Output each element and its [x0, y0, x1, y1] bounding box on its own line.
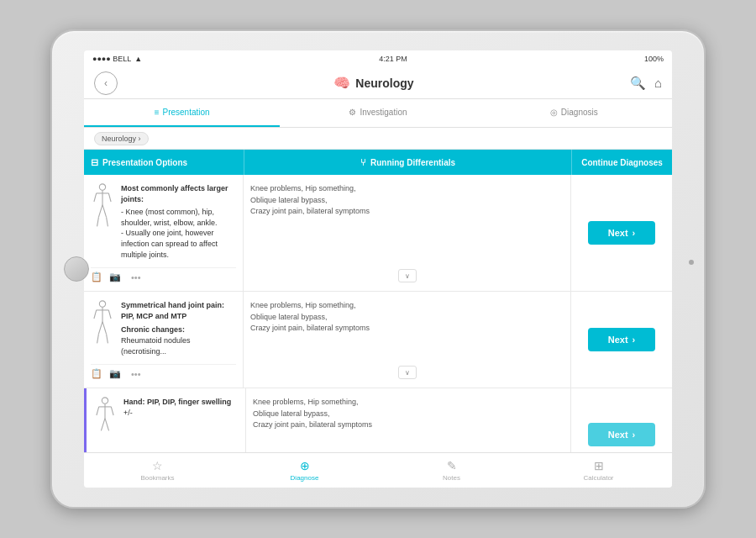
brain-icon: 🧠 [333, 75, 350, 91]
status-bar: ●●●● BELL ▲ 4:21 PM 100% [84, 50, 672, 67]
case-1-expand: ∨ [250, 269, 564, 282]
next-button-2[interactable]: Next › [588, 328, 655, 351]
bottom-nav: ☆ Bookmarks ⊕ Diagnose ✎ Notes ⊞ Calcula… [84, 452, 672, 488]
case-1-diff-text: Knee problems, Hip something, Oblique la… [250, 183, 564, 218]
case-1-content: Most commonly affects larger joints: - K… [91, 183, 236, 260]
content-area: Most commonly affects larger joints: - K… [84, 175, 672, 452]
case-2-actions: 📋 📷 ••• [91, 364, 236, 379]
svg-line-13 [108, 310, 111, 319]
investigation-tab-label: Investigation [360, 108, 407, 117]
investigation-tab-icon: ⚙ [349, 108, 356, 117]
svg-line-16 [97, 334, 99, 343]
skeleton-figure-1 [91, 183, 116, 260]
case-row-2: Symmetrical hand joint pain: PIP, MCP an… [84, 292, 672, 388]
camera-icon-2[interactable]: 📷 [109, 368, 121, 379]
case-2-content: Symmetrical hand joint pain: PIP, MCP an… [91, 300, 236, 356]
next-label-2: Next [608, 335, 628, 345]
home-button[interactable] [64, 256, 89, 282]
top-tabs: ≡ Presentation ⚙ Investigation ◎ Diagnos… [84, 99, 672, 128]
bookmarks-label: Bookmarks [140, 474, 174, 482]
case-2-diff-text: Knee problems, Hip something, Oblique la… [250, 300, 564, 335]
bottom-nav-notes[interactable]: ✎ Notes [378, 453, 525, 488]
svg-line-6 [102, 205, 107, 218]
case-2-subtitle: Chronic changes: [121, 324, 236, 335]
svg-point-18 [102, 398, 108, 404]
nav-title-text: Neurology [355, 76, 413, 90]
notes-label: Notes [443, 474, 460, 482]
nav-title-area: 🧠 Neurology [333, 75, 413, 91]
svg-point-9 [99, 301, 105, 307]
tab-presentation[interactable]: ≡ Presentation [84, 99, 280, 127]
next-button-1[interactable]: Next › [588, 221, 655, 245]
svg-line-17 [107, 334, 108, 343]
bottom-nav-bookmarks[interactable]: ☆ Bookmarks [84, 453, 231, 488]
edit-icon-2[interactable]: 📋 [91, 368, 102, 379]
breadcrumb[interactable]: Neurology › [94, 132, 149, 145]
breadcrumb-bar: Neurology › [84, 128, 672, 150]
case-3-content: Hand: PIP, DIP, finger swelling +/- [93, 397, 239, 446]
case-1-actions: 📋 📷 ••• [91, 267, 236, 282]
search-icon[interactable]: 🔍 [630, 76, 646, 91]
expand-button-2[interactable]: ∨ [398, 366, 417, 379]
presentation-col-label: Presentation Options [102, 158, 187, 167]
next-label-3: Next [608, 430, 628, 440]
more-dots-1[interactable]: ••• [131, 272, 141, 282]
svg-line-21 [97, 407, 99, 415]
svg-line-7 [97, 217, 99, 226]
case-1-differentials: Knee problems, Hip something, Oblique la… [244, 175, 571, 291]
svg-line-22 [111, 407, 113, 415]
case-2-title: Symmetrical hand joint pain: PIP, MCP an… [121, 300, 236, 321]
bottom-nav-calculator[interactable]: ⊞ Calculator [525, 453, 672, 488]
diagnose-icon: ⊕ [300, 459, 310, 472]
screen: ●●●● BELL ▲ 4:21 PM 100% ‹ 🧠 Neurology 🔍… [84, 50, 672, 488]
continue-col-label: Continue Diagnoses [581, 158, 663, 167]
camera-icon-1[interactable]: 📷 [109, 272, 121, 282]
battery-indicator: 100% [644, 55, 664, 63]
side-button [689, 260, 694, 265]
next-arrow-icon-1: › [633, 228, 636, 238]
expand-button-1[interactable]: ∨ [398, 269, 417, 282]
skeleton-figure-2 [91, 300, 116, 356]
case-3-title: Hand: PIP, DIP, finger swelling [123, 397, 231, 408]
chevron-down-icon-1: ∨ [405, 272, 410, 280]
case-3-body: +/- [123, 408, 231, 419]
col-header-presentation: ⊟ Presentation Options [84, 150, 244, 175]
case-1-continue: Next › [571, 175, 672, 291]
next-button-3[interactable]: Next › [588, 423, 655, 446]
case-row: Most commonly affects larger joints: - K… [84, 175, 672, 292]
presentation-tab-icon: ≡ [155, 108, 160, 117]
bottom-nav-diagnose[interactable]: ⊕ Diagnose [231, 453, 378, 488]
back-button[interactable]: ‹ [94, 71, 118, 95]
tab-diagnosis[interactable]: ◎ Diagnosis [476, 99, 672, 127]
case-1-title: Most commonly affects larger joints: [121, 183, 236, 204]
col-header-differentials: ⑂ Running Differentials [244, 150, 571, 175]
next-label-1: Next [608, 228, 628, 238]
next-arrow-icon-3: › [633, 430, 636, 440]
svg-line-24 [105, 419, 109, 431]
skeleton-figure-3 [93, 397, 118, 446]
case-3-presentation: Hand: PIP, DIP, finger swelling +/- [87, 388, 246, 452]
case-2-presentation: Symmetrical hand joint pain: PIP, MCP an… [84, 292, 244, 388]
case-3-diff-text: Knee problems, Hip something, Oblique la… [253, 397, 564, 431]
more-dots-2[interactable]: ••• [131, 369, 141, 379]
case-row-3: Hand: PIP, DIP, finger swelling +/- Knee… [84, 388, 672, 452]
status-time: 4:21 PM [379, 55, 407, 63]
wifi-icon: ▲ [134, 55, 142, 63]
differentials-col-label: Running Differentials [370, 158, 455, 167]
case-2-expand: ∨ [250, 366, 564, 379]
tablet-device: ●●●● BELL ▲ 4:21 PM 100% ‹ 🧠 Neurology 🔍… [50, 29, 706, 509]
edit-icon-1[interactable]: 📋 [91, 272, 102, 282]
case-2-text: Symmetrical hand joint pain: PIP, MCP an… [121, 300, 236, 356]
case-1-text: Most commonly affects larger joints: - K… [121, 183, 236, 260]
case-3-text: Hand: PIP, DIP, finger swelling +/- [123, 397, 231, 446]
nav-bar: ‹ 🧠 Neurology 🔍 ⌂ [84, 67, 672, 99]
tab-investigation[interactable]: ⚙ Investigation [280, 99, 475, 127]
svg-line-8 [107, 217, 108, 226]
home-nav-icon[interactable]: ⌂ [654, 76, 662, 90]
svg-line-5 [98, 205, 102, 218]
presentation-tab-label: Presentation [163, 108, 210, 117]
calculator-label: Calculator [583, 474, 613, 482]
svg-line-23 [101, 419, 105, 431]
calculator-icon: ⊞ [594, 459, 604, 472]
case-2-body: Rheumatoid nodules (necrotising... [121, 335, 236, 356]
